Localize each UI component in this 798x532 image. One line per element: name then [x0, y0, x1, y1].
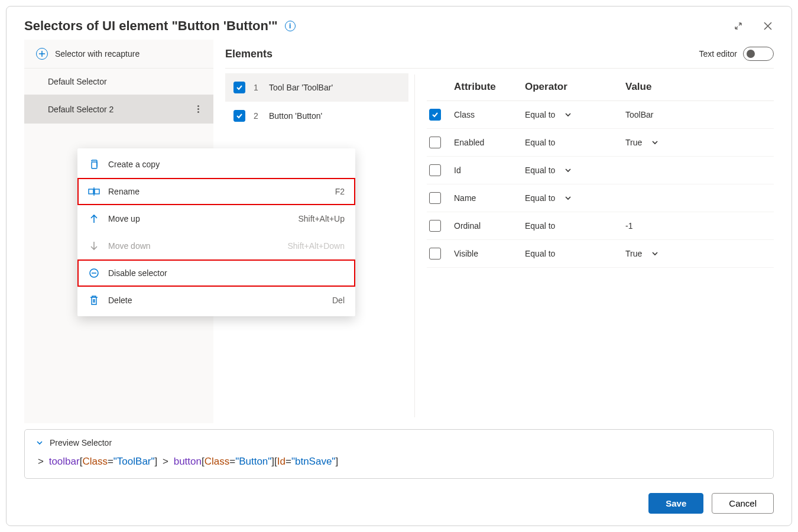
attr-row: NameEqual to — [427, 184, 774, 212]
element-index: 1 — [254, 83, 261, 92]
attr-row: IdEqual to — [427, 157, 774, 184]
attr-checkbox[interactable] — [429, 192, 441, 204]
ctx-label: Create a copy — [108, 160, 160, 169]
attr-name: Class — [454, 110, 519, 119]
attr-header: Attribute Operator Value — [427, 73, 774, 101]
ctx-label: Delete — [108, 296, 132, 305]
ctx-delete[interactable]: DeleteDel — [77, 287, 355, 314]
attr-value[interactable]: True — [625, 249, 771, 258]
add-selector-button[interactable]: Selector with recapture — [24, 40, 213, 69]
selector-item[interactable]: Default Selector — [24, 69, 213, 95]
chevron-down-icon — [565, 167, 572, 174]
element-label: Tool Bar 'ToolBar' — [269, 83, 333, 92]
preview-toggle[interactable]: Preview Selector — [35, 438, 763, 447]
cancel-button[interactable]: Cancel — [712, 493, 774, 514]
attr-operator[interactable]: Equal to — [525, 166, 619, 175]
up-icon — [88, 213, 100, 225]
info-icon[interactable]: i — [285, 21, 296, 31]
attr-value[interactable]: ToolBar — [625, 110, 771, 119]
attr-checkbox[interactable] — [429, 220, 441, 232]
save-button[interactable]: Save — [648, 493, 703, 514]
attr-checkbox[interactable] — [429, 164, 441, 176]
vertical-divider — [414, 74, 415, 417]
copy-icon — [88, 158, 100, 170]
attr-name: Enabled — [454, 138, 519, 147]
ctx-label: Move down — [108, 241, 151, 251]
svg-rect-0 — [92, 162, 97, 168]
col-attribute: Attribute — [454, 81, 519, 93]
attr-value[interactable]: True — [625, 138, 771, 147]
text-editor-label: Text editor — [699, 49, 737, 59]
element-label: Button 'Button' — [269, 111, 322, 121]
ctx-shortcut: F2 — [335, 187, 345, 196]
header-actions — [732, 20, 774, 32]
text-editor-toggle-group: Text editor — [699, 47, 774, 61]
attr-operator[interactable]: Equal to — [525, 193, 619, 203]
ctx-shortcut: Shift+Alt+Up — [298, 214, 345, 223]
attribute-panel: Attribute Operator Value ClassEqual toTo… — [427, 69, 774, 423]
attr-checkbox[interactable] — [429, 137, 441, 148]
col-operator: Operator — [525, 81, 619, 93]
ctx-label: Rename — [108, 187, 140, 196]
attr-checkbox[interactable] — [429, 248, 441, 259]
preview-label: Preview Selector — [50, 438, 112, 447]
ctx-shortcut: Del — [332, 296, 345, 305]
delete-icon — [88, 294, 100, 306]
attr-row: ClassEqual toToolBar — [427, 101, 774, 129]
preview-code: > toolbar[Class="ToolBar"] > button[Clas… — [35, 456, 763, 468]
add-selector-label: Selector with recapture — [55, 49, 140, 59]
chevron-down-icon — [651, 139, 658, 146]
attr-name: Id — [454, 166, 519, 175]
preview-selector-box: Preview Selector > toolbar[Class="ToolBa… — [24, 429, 774, 479]
chevron-down-icon — [651, 250, 658, 257]
selectors-dialog: Selectors of UI element "Button 'Button'… — [6, 6, 792, 526]
selector-context-menu: Create a copyRenameF2Move upShift+Alt+Up… — [77, 148, 355, 316]
element-checkbox[interactable] — [233, 82, 245, 93]
ctx-rename[interactable]: RenameF2 — [77, 178, 355, 205]
ctx-label: Move up — [108, 214, 140, 223]
plus-icon — [36, 48, 48, 60]
attr-operator[interactable]: Equal to — [525, 221, 619, 231]
attr-checkbox[interactable] — [429, 109, 441, 121]
ctx-label: Disable selector — [108, 268, 167, 278]
text-editor-toggle[interactable] — [743, 47, 774, 61]
main-header: Elements Text editor — [225, 40, 774, 69]
element-row[interactable]: 2 Button 'Button' — [225, 102, 408, 130]
chevron-down-icon — [565, 111, 572, 118]
attr-name: Visible — [454, 249, 519, 258]
attr-operator[interactable]: Equal to — [525, 138, 619, 147]
toggle-knob — [747, 50, 755, 58]
element-row[interactable]: 1 Tool Bar 'ToolBar' — [225, 73, 408, 102]
attr-row: OrdinalEqual to-1 — [427, 212, 774, 240]
attr-operator[interactable]: Equal to — [525, 249, 619, 258]
chevron-down-icon — [35, 439, 44, 447]
element-checkbox[interactable] — [233, 110, 245, 122]
dialog-footer: Preview Selector > toolbar[Class="ToolBa… — [7, 423, 791, 525]
svg-rect-2 — [95, 189, 99, 194]
attr-row: EnabledEqual toTrue — [427, 129, 774, 157]
selector-item-label: Default Selector 2 — [48, 105, 113, 114]
attr-operator[interactable]: Equal to — [525, 110, 619, 119]
disable-icon — [88, 267, 100, 279]
element-index: 2 — [254, 111, 261, 121]
ctx-down: Move downShift+Alt+Down — [77, 232, 355, 259]
attr-name: Ordinal — [454, 221, 519, 231]
ctx-copy[interactable]: Create a copy — [77, 151, 355, 178]
dialog-header: Selectors of UI element "Button 'Button'… — [7, 7, 791, 40]
attr-name: Name — [454, 193, 519, 203]
rename-icon — [88, 186, 100, 197]
down-icon — [88, 240, 100, 252]
ctx-disable[interactable]: Disable selector — [77, 259, 355, 287]
ctx-up[interactable]: Move upShift+Alt+Up — [77, 205, 355, 232]
svg-rect-1 — [89, 189, 93, 194]
elements-title: Elements — [225, 48, 273, 60]
selector-item[interactable]: Default Selector 2 — [24, 95, 213, 124]
expand-icon[interactable] — [732, 20, 744, 32]
attr-row: VisibleEqual toTrue — [427, 240, 774, 268]
close-icon[interactable] — [762, 20, 774, 32]
more-icon[interactable] — [195, 103, 202, 115]
button-row: Save Cancel — [24, 493, 774, 514]
selector-item-label: Default Selector — [48, 77, 107, 86]
attr-value[interactable]: -1 — [625, 221, 771, 231]
dialog-title: Selectors of UI element "Button 'Button'… — [24, 18, 278, 34]
